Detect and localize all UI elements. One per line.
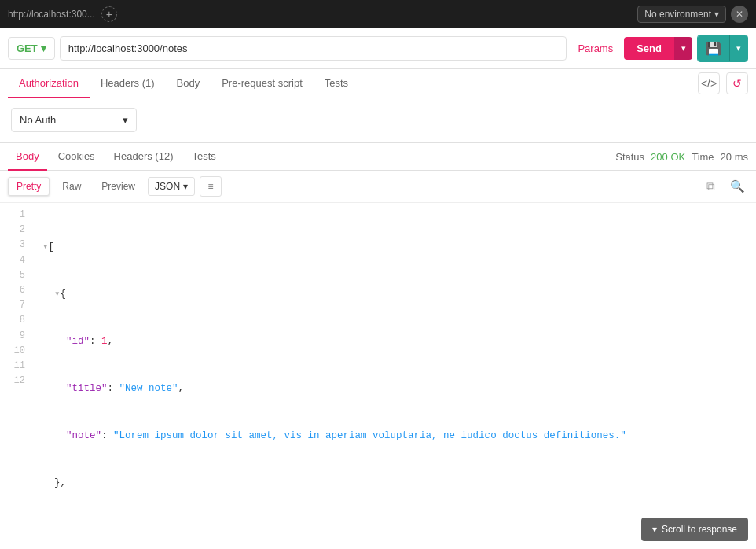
filter-button[interactable]: ≡ [200, 176, 222, 197]
format-right-icons: ⧉ 🔍 [699, 175, 748, 197]
search-button[interactable]: 🔍 [726, 175, 748, 197]
resp-tab-cookies[interactable]: Cookies [50, 143, 103, 171]
code-line-3: "id": 1, [42, 333, 756, 349]
tab-tests[interactable]: Tests [314, 69, 359, 98]
line-numbers: 1 2 3 4 5 6 7 8 9 10 11 12 [0, 208, 39, 505]
format-type-selector[interactable]: JSON ▾ [148, 177, 195, 196]
tab-body[interactable]: Body [166, 69, 211, 98]
save-dropdown-button[interactable]: ▾ [729, 35, 747, 61]
save-group: 💾 ▾ [697, 35, 748, 62]
new-tab-button[interactable]: + [101, 6, 117, 22]
raw-button[interactable]: Raw [54, 178, 89, 195]
current-url-preview: http://localhost:300... [8, 9, 95, 20]
top-bar-right: No environment ▾ ✕ [637, 6, 748, 23]
code-content: ▾[ ▾{ "id": 1, "title": "New note", "not… [39, 208, 756, 505]
send-group: Send ▾ [624, 37, 692, 60]
environment-selector[interactable]: No environment ▾ [637, 6, 726, 23]
request-bar: GET ▾ Params Send ▾ 💾 ▾ [0, 28, 756, 69]
status-code: 200 OK [651, 151, 685, 163]
send-dropdown-button[interactable]: ▾ [674, 37, 692, 60]
code-line-2: ▾{ [42, 286, 756, 302]
code-line-1: ▾[ [42, 239, 756, 255]
resp-tab-tests[interactable]: Tests [184, 143, 223, 171]
tab-pre-request-script[interactable]: Pre-request script [211, 69, 314, 98]
code-icon-button[interactable]: </> [698, 72, 720, 94]
auth-type-selector[interactable]: No Auth ▾ [11, 108, 137, 132]
scroll-to-response-button[interactable]: ▾ Scroll to response [641, 518, 748, 541]
tab-headers[interactable]: Headers (1) [90, 69, 166, 98]
reset-icon-button[interactable]: ↺ [726, 72, 748, 94]
response-tabs: Body Cookies Headers (12) Tests Status 2… [0, 143, 756, 171]
tab-icons: </> ↺ [698, 72, 748, 94]
method-selector[interactable]: GET ▾ [8, 37, 55, 60]
status-label: Status [615, 151, 644, 163]
params-button[interactable]: Params [571, 38, 619, 59]
resp-tab-headers[interactable]: Headers (12) [106, 143, 182, 171]
resp-tab-body[interactable]: Body [8, 143, 47, 171]
close-button[interactable]: ✕ [731, 6, 748, 23]
url-input[interactable] [60, 36, 567, 61]
code-area: 1 2 3 4 5 6 7 8 9 10 11 12 ▾[ ▾{ "id": 1… [0, 203, 756, 510]
status-area: Status 200 OK Time 20 ms [615, 151, 748, 163]
time-label: Time [692, 151, 714, 163]
auth-section: No Auth ▾ [0, 98, 756, 142]
top-bar-left: http://localhost:300... + [8, 6, 117, 22]
tab-authorization[interactable]: Authorization [8, 69, 90, 98]
time-value: 20 ms [721, 151, 748, 163]
preview-button[interactable]: Preview [94, 178, 143, 195]
save-button[interactable]: 💾 [698, 35, 729, 61]
format-bar: Pretty Raw Preview JSON ▾ ≡ ⧉ 🔍 [0, 171, 756, 203]
pretty-button[interactable]: Pretty [8, 177, 50, 196]
request-tabs: Authorization Headers (1) Body Pre-reque… [0, 69, 756, 98]
copy-button[interactable]: ⧉ [699, 175, 721, 197]
top-bar: http://localhost:300... + No environment… [0, 0, 756, 28]
send-button[interactable]: Send [624, 37, 674, 60]
code-line-5: "note": "Lorem ipsum dolor sit amet, vis… [42, 428, 756, 444]
code-line-4: "title": "New note", [42, 381, 756, 396]
code-line-6: }, [42, 475, 756, 491]
